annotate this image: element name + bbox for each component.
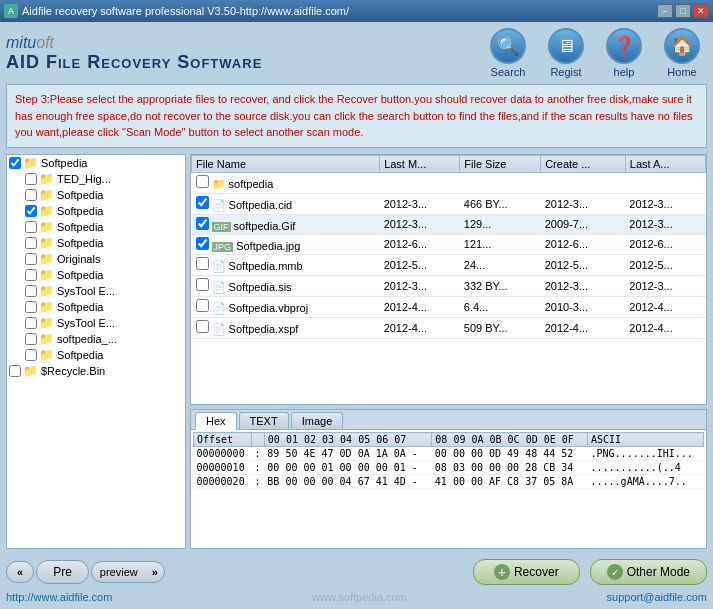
file-checkbox[interactable] <box>196 217 209 230</box>
file-checkbox[interactable] <box>196 320 209 333</box>
tree-item-label: softpedia_... <box>57 333 117 345</box>
help-nav-button[interactable]: ❓ help <box>599 28 649 78</box>
prev-arrow-button[interactable]: « <box>6 561 34 583</box>
tree-item-checkbox[interactable] <box>25 205 37 217</box>
list-item[interactable]: 📁 SysTool E... <box>23 283 185 299</box>
home-nav-button[interactable]: 🏠 Home <box>657 28 707 78</box>
right-panel: File Name Last M... File Size Create ...… <box>190 154 707 550</box>
regist-nav-label: Regist <box>550 66 581 78</box>
tree-panel: 📁 Softpedia 📁 TED_Hig... 📁 Softpedia 📁 <box>6 154 186 550</box>
tree-item-label: Softpedia <box>57 237 103 249</box>
tree-item-checkbox[interactable] <box>25 189 37 201</box>
search-nav-label: Search <box>491 66 526 78</box>
tree-item-checkbox[interactable] <box>25 253 37 265</box>
list-item[interactable]: 📁 TED_Hig... <box>23 171 185 187</box>
table-row[interactable]: 📁 softpedia <box>192 172 706 193</box>
file-checkbox[interactable] <box>196 299 209 312</box>
tree-item-label: Originals <box>57 253 100 265</box>
file-checkbox[interactable] <box>196 237 209 250</box>
tree-item-checkbox[interactable] <box>25 221 37 233</box>
table-row[interactable]: 📄 Softpedia.vbproj 2012-4...6.4...2010-3… <box>192 296 706 317</box>
tree-item-checkbox[interactable] <box>25 285 37 297</box>
tree-root-checkbox[interactable] <box>9 157 21 169</box>
minimize-button[interactable]: − <box>657 4 673 18</box>
next-arrow-button[interactable]: » <box>146 562 164 582</box>
list-item[interactable]: 📁 Softpedia <box>23 299 185 315</box>
instruction-text: Step 3:Please select the appropriate fil… <box>15 93 693 138</box>
tree-item-checkbox[interactable] <box>25 173 37 185</box>
file-table: File Name Last M... File Size Create ...… <box>190 154 707 406</box>
tree-item-label: Softpedia <box>57 189 103 201</box>
tree-item-label: Softpedia <box>57 349 103 361</box>
hex-panel: Hex TEXT Image Offset 00 01 02 03 04 05 … <box>190 409 707 549</box>
help-icon: ❓ <box>606 28 642 64</box>
tree-root[interactable]: 📁 Softpedia <box>7 155 185 171</box>
col-create: Create ... <box>541 155 626 172</box>
table-row[interactable]: 📄 Softpedia.mmb 2012-5...24...2012-5...2… <box>192 254 706 275</box>
header: mituoft AID File Recovery Software 🔍 Sea… <box>6 28 707 78</box>
tree-item-checkbox[interactable] <box>25 301 37 313</box>
file-checkbox[interactable] <box>196 257 209 270</box>
file-checkbox[interactable] <box>196 175 209 188</box>
regist-nav-button[interactable]: 🖥 Regist <box>541 28 591 78</box>
preview-group: preview » <box>91 561 165 583</box>
tree-item-checkbox[interactable] <box>25 349 37 361</box>
file-checkbox[interactable] <box>196 278 209 291</box>
pre-button[interactable]: Pre <box>36 560 89 584</box>
list-item[interactable]: 📁 Softpedia <box>23 187 185 203</box>
tab-image[interactable]: Image <box>291 412 344 429</box>
tree-item-label: Softpedia <box>57 205 103 217</box>
app-icon: A <box>4 4 18 18</box>
list-item[interactable]: 📁 Originals <box>23 251 185 267</box>
list-item[interactable]: 📁 Softpedia <box>23 267 185 283</box>
col-filesize: File Size <box>460 155 541 172</box>
logo-top: mituoft <box>6 34 262 52</box>
list-item[interactable]: 📁 Softpedia <box>23 219 185 235</box>
other-mode-label: Other Mode <box>627 565 690 579</box>
col-filename: File Name <box>192 155 380 172</box>
list-item[interactable]: 📁 softpedia_... <box>23 331 185 347</box>
list-item[interactable]: 📁 $Recycle.Bin <box>7 363 185 379</box>
table-row[interactable]: 📄 Softpedia.xspf 2012-4...509 BY...2012-… <box>192 317 706 338</box>
hex-col-hex1: 00 01 02 03 04 05 06 07 <box>264 433 431 447</box>
main-content: mituoft AID File Recovery Software 🔍 Sea… <box>0 22 713 609</box>
hex-content: Offset 00 01 02 03 04 05 06 07 08 09 0A … <box>191 430 706 548</box>
tree-item-checkbox[interactable] <box>25 237 37 249</box>
tab-hex[interactable]: Hex <box>195 412 237 430</box>
logo-area: mituoft AID File Recovery Software <box>6 34 262 73</box>
list-item[interactable]: 📁 Softpedia <box>23 235 185 251</box>
tree-item-checkbox[interactable] <box>25 269 37 281</box>
tree-item-checkbox[interactable] <box>25 333 37 345</box>
table-row[interactable]: JPG Softpedia.jpg 2012-6...121...2012-6.… <box>192 234 706 254</box>
other-mode-button[interactable]: ✓ Other Mode <box>590 559 707 585</box>
hex-col-offset: Offset <box>194 433 252 447</box>
maximize-button[interactable]: □ <box>675 4 691 18</box>
file-checkbox[interactable] <box>196 196 209 209</box>
footer: http://www.aidfile.com www.softpedia.com… <box>6 589 707 603</box>
footer-email[interactable]: support@aidfile.com <box>607 591 707 603</box>
footer-website[interactable]: http://www.aidfile.com <box>6 591 112 603</box>
table-row[interactable]: 📄 Softpedia.sis 2012-3...332 BY...2012-3… <box>192 275 706 296</box>
panels-area: 📁 Softpedia 📁 TED_Hig... 📁 Softpedia 📁 <box>6 154 707 550</box>
tab-text[interactable]: TEXT <box>239 412 289 429</box>
close-button[interactable]: ✕ <box>693 4 709 18</box>
tree-item-label: Softpedia <box>57 269 103 281</box>
search-nav-button[interactable]: 🔍 Search <box>483 28 533 78</box>
table-row[interactable]: GIF softpedia.Gif 2012-3...129...2009-7.… <box>192 214 706 234</box>
tree-item-label: SysTool E... <box>57 317 115 329</box>
col-lasta: Last A... <box>625 155 705 172</box>
table-row[interactable]: 📄 Softpedia.cid 2012-3...466 BY...2012-3… <box>192 193 706 214</box>
tree-item-checkbox[interactable] <box>9 365 21 377</box>
bottom-left: « Pre preview » <box>6 560 165 584</box>
hex-col-ascii: ASCII <box>588 433 704 447</box>
nav-buttons: 🔍 Search 🖥 Regist ❓ help 🏠 Home <box>483 28 707 78</box>
recover-plus-icon: + <box>494 564 510 580</box>
tree-item-checkbox[interactable] <box>25 317 37 329</box>
list-item[interactable]: 📁 SysTool E... <box>23 315 185 331</box>
list-item[interactable]: 📁 Softpedia <box>23 347 185 363</box>
regist-icon: 🖥 <box>548 28 584 64</box>
recover-button[interactable]: + Recover <box>473 559 580 585</box>
tree-item-label: $Recycle.Bin <box>41 365 105 377</box>
list-item[interactable]: 📁 Softpedia <box>23 203 185 219</box>
right-buttons: + Recover ✓ Other Mode <box>473 559 707 585</box>
